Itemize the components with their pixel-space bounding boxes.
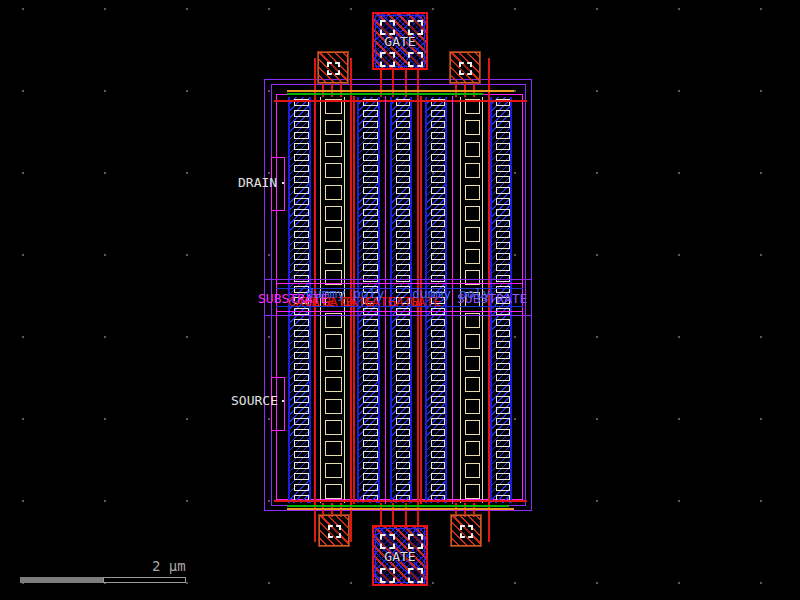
contact-square	[431, 352, 445, 359]
contact-square	[431, 385, 445, 392]
contact-square	[294, 352, 309, 359]
source-net-label[interactable]: SOURCE	[231, 394, 278, 407]
contact-square	[294, 396, 309, 403]
via-square	[465, 334, 480, 349]
contact-square	[294, 418, 309, 425]
contact-square	[431, 220, 445, 227]
contact-square	[431, 374, 445, 381]
band-purple-line[interactable]	[264, 279, 532, 280]
poly-gate-ring[interactable]	[274, 100, 527, 102]
via-square	[325, 441, 342, 456]
contact-square	[294, 198, 309, 205]
contact-square	[431, 429, 445, 436]
via-square	[325, 484, 342, 499]
contact-square	[363, 484, 378, 491]
contact-square	[396, 154, 410, 161]
contact-square	[431, 341, 445, 348]
poly-pad-bottom-left[interactable]	[319, 515, 349, 546]
contact-square	[496, 396, 510, 403]
contact-square	[496, 264, 510, 271]
band-purple-line[interactable]	[264, 315, 532, 316]
contact-square	[363, 176, 378, 183]
band-magenta-line[interactable]	[276, 311, 523, 312]
scale-bar-label: 2 μm	[152, 558, 186, 574]
via-square	[465, 185, 480, 200]
contact-square	[363, 209, 378, 216]
active-edge-line[interactable]	[287, 93, 483, 95]
via-square	[465, 377, 480, 392]
contact-square	[496, 330, 510, 337]
dummy-poly-label-left[interactable]: dummy poly	[306, 287, 384, 300]
contact-square	[431, 363, 445, 370]
contact-square	[431, 407, 445, 414]
contact-square	[363, 418, 378, 425]
contact-square	[396, 429, 410, 436]
contact-square	[294, 110, 309, 117]
implant-edge-top-line[interactable]	[287, 508, 514, 510]
via-square	[380, 534, 395, 549]
layout-canvas[interactable]: GATEGATEGATEGATEGATEGATEGATE GATE GATE D…	[0, 0, 800, 600]
contact-square	[396, 484, 410, 491]
implant-edge-top-line[interactable]	[287, 90, 514, 92]
contact-square	[396, 352, 410, 359]
poly-gate-ring[interactable]	[274, 500, 527, 502]
contact-square	[396, 264, 410, 271]
poly-pad-top-left[interactable]	[318, 52, 348, 83]
contact-square	[431, 462, 445, 469]
via-square	[380, 52, 395, 67]
dummy-poly-label-right[interactable]: dummy poly	[412, 287, 490, 300]
via-square	[465, 163, 480, 178]
via-square	[325, 420, 342, 435]
contact-square	[363, 110, 378, 117]
contact-square	[294, 220, 309, 227]
drain-net-label[interactable]: DRAIN	[238, 176, 277, 189]
contact-square	[294, 154, 309, 161]
contact-square	[294, 143, 309, 150]
contact-square	[496, 429, 510, 436]
contact-square	[431, 165, 445, 172]
contact-square	[363, 231, 378, 238]
contact-square	[396, 143, 410, 150]
contact-square	[431, 121, 445, 128]
band-magenta-line[interactable]	[276, 283, 523, 284]
contact-square	[431, 319, 445, 326]
contact-square	[294, 176, 309, 183]
contact-square	[431, 242, 445, 249]
contact-square	[396, 330, 410, 337]
contact-square	[431, 451, 445, 458]
poly-pad-bottom-right[interactable]	[451, 515, 481, 546]
contact-square	[496, 440, 510, 447]
contact-square	[396, 187, 410, 194]
contact-square	[496, 385, 510, 392]
contact-square	[396, 110, 410, 117]
gate-pad-top-label: GATE	[374, 34, 426, 49]
contact-square	[294, 407, 309, 414]
contact-square	[431, 264, 445, 271]
poly-pad-top-right[interactable]	[450, 52, 480, 83]
via-square	[465, 441, 480, 456]
via-square	[328, 525, 341, 538]
contact-square	[294, 187, 309, 194]
contact-square	[363, 143, 378, 150]
active-edge-line[interactable]	[287, 505, 509, 507]
contact-square	[363, 319, 378, 326]
gate-pad-bottom[interactable]: GATE	[372, 525, 428, 586]
contact-square	[363, 187, 378, 194]
contact-square	[496, 473, 510, 480]
gate-pad-bottom-label: GATE	[374, 548, 426, 563]
contact-square	[431, 330, 445, 337]
contact-square	[363, 451, 378, 458]
via-square	[325, 463, 342, 478]
contact-square	[363, 264, 378, 271]
gate-pad-top[interactable]: GATE	[372, 12, 428, 70]
contact-square	[431, 176, 445, 183]
contact-square	[431, 253, 445, 260]
contact-square	[396, 253, 410, 260]
contact-square	[496, 451, 510, 458]
contact-square	[496, 363, 510, 370]
contact-square	[363, 253, 378, 260]
contact-square	[396, 418, 410, 425]
contact-square	[294, 264, 309, 271]
contact-square	[294, 319, 309, 326]
via-square	[460, 525, 473, 538]
